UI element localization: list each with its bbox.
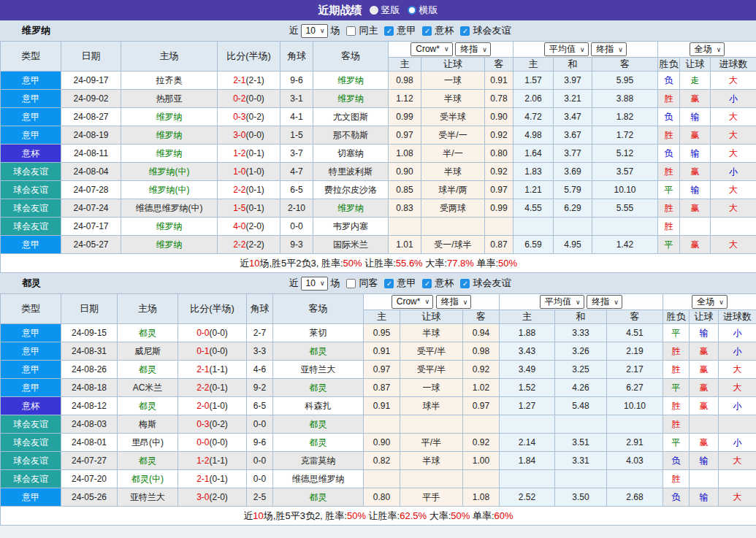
avg-odds-home: 6.59	[513, 236, 554, 254]
corner-count: 0-0	[247, 470, 273, 488]
vertical-radio-icon[interactable]	[370, 6, 378, 15]
match-score: 2-1(2-1)	[218, 72, 280, 90]
corner-count: 2-10	[280, 199, 313, 218]
final-odds-value: 终指	[441, 296, 459, 308]
avg-odds-away	[607, 470, 663, 488]
average-select[interactable]: 平均值∨	[544, 42, 589, 56]
handicap-group-header: Crow*∨ 终指∨	[364, 294, 500, 310]
match-date: 24-08-19	[61, 126, 121, 145]
horizontal-radio-icon[interactable]	[408, 6, 416, 15]
handicap-line: 受一/球半	[421, 236, 485, 254]
same-away-label: 同客	[359, 277, 378, 290]
home-team: 维德思维罗纳(中)	[121, 199, 218, 218]
friendly-checkbox[interactable]	[460, 26, 470, 36]
average-select[interactable]: 平均值∨	[540, 295, 584, 309]
result-winlose: 平	[663, 379, 690, 397]
match-date: 24-09-17	[61, 72, 121, 90]
final-odds-select[interactable]: 终指∨	[587, 295, 622, 309]
same-away-checkbox[interactable]	[346, 279, 356, 288]
rows-count-select[interactable]: 10∨	[301, 277, 329, 291]
league-type-badge: 意甲	[1, 72, 61, 90]
bookmaker-select[interactable]: Crow*∨	[392, 295, 433, 309]
col-header-type: 类型	[1, 294, 61, 324]
vertical-radio-label[interactable]: 竖版	[381, 4, 400, 17]
cup-checkbox[interactable]	[422, 26, 432, 36]
match-score: 0-0(0-0)	[178, 324, 247, 342]
result-group-header: 全场∨	[658, 42, 756, 58]
result-winlose: 平	[658, 236, 680, 254]
final-odds-select[interactable]: 终指∨	[436, 295, 472, 309]
horizontal-radio-label[interactable]: 横版	[419, 4, 438, 17]
final-odds-select[interactable]: 终指∨	[455, 42, 491, 56]
seriea-checkbox[interactable]	[384, 279, 394, 288]
handicap-odds-home: 0.98	[389, 72, 421, 90]
same-home-label: 同主	[359, 24, 378, 37]
league-type-badge: 球会友谊	[1, 470, 61, 488]
layout-vertical-option[interactable]: 竖版	[370, 4, 400, 17]
bookmaker-value: Crow*	[416, 44, 440, 54]
result-goals: 小	[719, 397, 756, 415]
match-date: 24-08-01	[61, 434, 118, 452]
away-team: 费拉尔皮沙洛	[313, 181, 389, 199]
match-date: 24-07-20	[61, 470, 118, 488]
handicap-line: 平/半	[400, 434, 463, 452]
recent-results-page: 近期战绩 竖版 横版 维罗纳 近 10∨ 场 同主 意甲 意杯 球会友谊	[0, 0, 756, 538]
rows-count-select[interactable]: 10∨	[301, 24, 329, 38]
score-halftime: (0-0)	[246, 93, 264, 104]
handicap-odds-away	[485, 218, 513, 236]
full-match-select[interactable]: 全场∨	[692, 295, 728, 309]
team-name: 都灵	[22, 277, 41, 290]
handicap-odds-away: 0.97	[463, 397, 500, 415]
match-row: 意甲24-08-19维罗纳3-0(0-0)1-5那不勒斯0.97受半/一0.92…	[1, 126, 756, 145]
seriea-checkbox[interactable]	[384, 26, 394, 36]
score-halftime: (0-1)	[210, 383, 228, 393]
match-row: 意甲24-05-26亚特兰大3-0(2-0)2-5都灵0.80平手1.082.5…	[1, 488, 756, 507]
score-fulltime: 0-0	[196, 437, 209, 447]
average-group-header: 平均值∨ 终指∨	[513, 42, 658, 58]
summary-segment: 10	[249, 258, 259, 269]
handicap-line	[400, 415, 463, 434]
cup-checkbox[interactable]	[422, 279, 432, 288]
avg-odds-home	[513, 218, 554, 236]
layout-horizontal-option[interactable]: 横版	[408, 4, 438, 17]
result-handicap: 赢	[690, 361, 719, 379]
col-header-home: 主场	[121, 42, 218, 72]
average-value: 平均值	[549, 43, 576, 55]
avg-odds-draw: 3.47	[554, 108, 592, 126]
avg-odds-home: 1.52	[500, 379, 555, 397]
avg-odds-home: 2.14	[500, 434, 555, 452]
match-score: 3-0(0-0)	[218, 126, 280, 145]
avg-odds-home: 1.21	[513, 181, 554, 199]
summary-segment: 50%	[347, 510, 366, 521]
matches-tbody-verona: 意甲24-09-17拉齐奥2-1(2-1)9-6维罗纳0.98一球0.911.5…	[1, 72, 756, 273]
bookmaker-select[interactable]: Crow*∨	[411, 42, 452, 56]
subcol-avg-home: 主	[500, 310, 555, 324]
full-match-select[interactable]: 全场∨	[690, 42, 725, 56]
same-home-checkbox[interactable]	[346, 26, 356, 36]
match-score: 3-0(2-0)	[178, 488, 247, 507]
avg-odds-away: 1.72	[592, 126, 658, 145]
avg-odds-away: 2.17	[607, 361, 663, 379]
handicap-odds-away: 0.80	[485, 145, 513, 163]
home-team: 维罗纳	[121, 108, 218, 126]
cup-label: 意杯	[435, 277, 454, 290]
result-goals: 大	[719, 452, 756, 470]
away-team: 莱切	[273, 324, 364, 342]
avg-odds-home: 1.27	[500, 397, 555, 415]
result-goals: 大	[711, 181, 756, 199]
score-fulltime: 0-3	[196, 419, 209, 429]
score-fulltime: 0-0	[196, 328, 209, 338]
handicap-odds-away	[463, 415, 500, 434]
friendly-checkbox[interactable]	[460, 279, 470, 288]
final-odds-select[interactable]: 终指∨	[591, 42, 627, 56]
avg-odds-draw: 3.97	[554, 72, 592, 90]
corner-count: 4-1	[280, 108, 313, 126]
match-score: 2-0(1-0)	[178, 397, 247, 415]
subcol-handicap: 让球	[400, 310, 463, 324]
subcol-result-goals: 进球数	[719, 310, 756, 324]
handicap-odds-away: 0.91	[485, 72, 513, 90]
summary-segment: 胜率:	[321, 258, 343, 269]
col-header-score: 比分(半场)	[218, 42, 280, 72]
result-handicap: 输	[690, 488, 719, 507]
handicap-line: 半球	[400, 324, 463, 342]
